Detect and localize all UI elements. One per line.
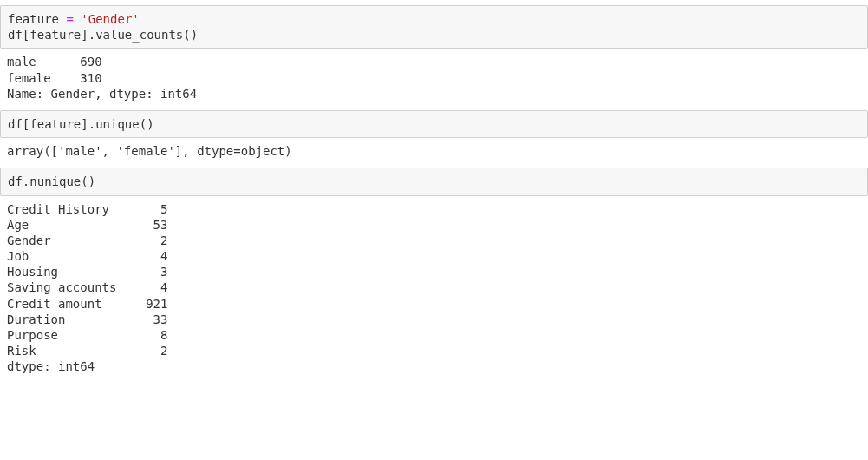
code-output-3: Credit History 5 Age 53 Gender 2 Job 4 H… <box>0 196 868 378</box>
output-line: Name: Gender, dtype: int64 <box>7 87 197 101</box>
code-line: df[feature].unique() <box>8 117 154 131</box>
code-output-2: array(['male', 'female'], dtype=object) <box>0 138 868 162</box>
code-line-2: df[feature].value_counts() <box>8 28 198 42</box>
output-line: Purpose 8 <box>7 328 167 342</box>
code-token-string: 'Gender' <box>81 12 139 26</box>
notebook-cell-3: df.nunique() Credit History 5 Age 53 Gen… <box>0 168 868 378</box>
output-line: Credit History 5 <box>7 202 167 216</box>
output-line: Risk 2 <box>7 344 167 358</box>
notebook-cell-2: df[feature].unique() array(['male', 'fem… <box>0 110 868 162</box>
code-input-1[interactable]: feature = 'Gender' df[feature].value_cou… <box>0 5 868 49</box>
notebook-cell-1: feature = 'Gender' df[feature].value_cou… <box>0 5 868 105</box>
code-output-1: male 690 female 310 Name: Gender, dtype:… <box>0 49 868 105</box>
output-line: male 690 <box>7 55 102 69</box>
output-line: Job 4 <box>7 249 167 263</box>
output-line: female 310 <box>7 71 102 85</box>
code-line: df.nunique() <box>8 174 95 188</box>
output-line: Housing 3 <box>7 265 167 279</box>
code-input-3[interactable]: df.nunique() <box>0 168 868 195</box>
output-line: Saving accounts 4 <box>7 280 167 294</box>
output-line: Age 53 <box>7 218 167 232</box>
output-line: Credit amount 921 <box>7 297 167 311</box>
output-line: array(['male', 'female'], dtype=object) <box>7 144 292 158</box>
output-line: dtype: int64 <box>7 359 95 373</box>
output-line: Duration 33 <box>7 312 167 326</box>
code-token-var: feature <box>8 12 59 26</box>
code-token-op: = <box>59 12 81 26</box>
code-input-2[interactable]: df[feature].unique() <box>0 110 868 138</box>
output-line: Gender 2 <box>7 233 167 247</box>
